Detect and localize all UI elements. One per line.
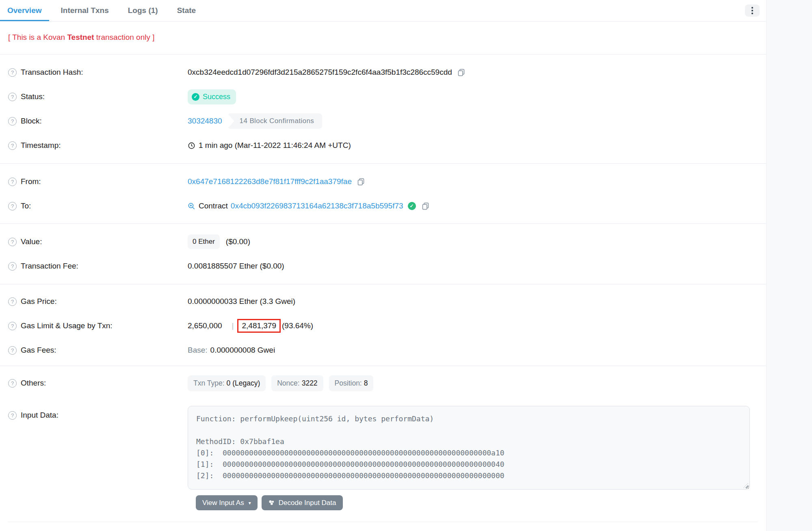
value-usd: ($0.00) (226, 237, 250, 246)
from-address-link[interactable]: 0x647e7168122263d8e7f81f17fff9c2f1aa379f… (188, 177, 352, 186)
help-icon[interactable]: ? (8, 262, 17, 271)
row-gas-fees: ? Gas Fees: Base: 0.000000008 Gwei (0, 338, 766, 362)
view-input-as-label: View Input As (202, 499, 244, 507)
tab-bar: Overview Internal Txns Logs (1) State (0, 0, 766, 22)
block-label: Block: (21, 117, 42, 126)
check-circle-icon: ✓ (192, 93, 199, 101)
help-icon[interactable]: ? (8, 238, 17, 246)
block-number-link[interactable]: 30324830 (188, 117, 222, 126)
position-chip: Position:8 (329, 375, 374, 391)
decode-input-data-button[interactable]: Decode Input Data (262, 495, 343, 510)
copy-icon[interactable] (357, 178, 365, 186)
row-value: ? Value: 0 Ether ($0.00) (0, 230, 766, 254)
gas-used-highlight: 2,481,379 (237, 319, 281, 333)
warning-text-suffix: transaction only ] (94, 33, 155, 41)
ether-value-badge: 0 Ether (188, 234, 220, 249)
more-options-button[interactable] (745, 4, 760, 17)
help-icon[interactable]: ? (8, 411, 17, 420)
warning-text-bold: Testnet (67, 33, 94, 41)
block-confirmations-badge: 14 Block Confirmations (227, 113, 323, 129)
transaction-hash-label: Transaction Hash: (21, 68, 83, 77)
nonce-chip: Nonce:3222 (271, 375, 323, 391)
help-icon[interactable]: ? (8, 202, 17, 210)
block-confirmations-text: 14 Block Confirmations (227, 113, 323, 129)
row-others: ? Others: Txn Type:0 (Legacy) Nonce:3222… (0, 371, 766, 395)
gas-used-value: 2,481,379 (242, 321, 276, 330)
help-icon[interactable]: ? (8, 93, 17, 101)
row-timestamp: ? Timestamp: 1 min ago (Mar-11-2022 11:4… (0, 133, 766, 158)
help-icon[interactable]: ? (8, 117, 17, 126)
to-label: To: (21, 202, 31, 210)
nonce-value: 3222 (302, 379, 318, 387)
gas-used-percent: (93.64%) (282, 321, 313, 330)
decode-icon (268, 499, 275, 506)
gas-price-value: 0.0000000033 Ether (3.3 Gwei) (188, 297, 295, 306)
transaction-fee-value: 0.0081885507 Ether ($0.00) (188, 262, 284, 271)
row-block: ? Block: 30324830 14 Block Confirmations (0, 109, 766, 133)
clock-icon (188, 142, 195, 150)
value-label: Value: (21, 237, 42, 246)
row-transaction-hash: ? Transaction Hash: 0xcb324eedcd1d07296f… (0, 60, 766, 85)
row-status: ? Status: ✓ Success (0, 85, 766, 109)
txn-type-chip: Txn Type:0 (Legacy) (188, 375, 266, 391)
copy-icon[interactable] (457, 68, 466, 77)
view-input-as-button[interactable]: View Input As ▾ (196, 495, 258, 510)
section-others-input: ? Others: Txn Type:0 (Legacy) Nonce:3222… (0, 366, 766, 522)
gas-fees-label: Gas Fees: (21, 346, 56, 355)
testnet-warning: [ This is a Kovan Testnet transaction on… (0, 22, 766, 54)
section-gas: ? Gas Price: 0.0000000033 Ether (3.3 Gwe… (0, 284, 766, 366)
help-icon[interactable]: ? (8, 346, 17, 355)
copy-icon[interactable] (421, 202, 430, 210)
nonce-name: Nonce: (277, 379, 299, 387)
decode-input-data-label: Decode Input Data (279, 499, 336, 507)
transaction-card: Overview Internal Txns Logs (1) State [ … (0, 0, 766, 522)
help-icon[interactable]: ? (8, 379, 17, 388)
zoom-in-icon[interactable] (188, 202, 195, 210)
chevron-down-icon: ▾ (249, 500, 251, 506)
row-input-data: ? Input Data: Function: performUpkeep(ui… (0, 406, 766, 490)
status-badge: ✓ Success (188, 89, 236, 104)
gas-price-label: Gas Price: (21, 297, 57, 306)
gas-fees-base-label: Base: (188, 346, 208, 355)
input-data-textarea[interactable]: Function: performUpkeep(uint256 id, byte… (188, 406, 750, 490)
kebab-icon (751, 7, 753, 9)
position-value: 8 (364, 379, 368, 387)
verified-contract-icon: ✓ (408, 202, 416, 210)
help-icon[interactable]: ? (8, 178, 17, 186)
row-gas-limit-usage: ? Gas Limit & Usage by Txn: 2,650,000 | … (0, 314, 766, 338)
input-data-actions: View Input As ▾ Decode Input Data (196, 495, 766, 510)
gas-limit-value: 2,650,000 (188, 321, 222, 330)
help-icon[interactable]: ? (8, 141, 17, 150)
help-icon[interactable]: ? (8, 68, 17, 77)
input-data-label: Input Data: (21, 411, 58, 420)
gas-separator: | (232, 321, 234, 330)
gas-limit-label: Gas Limit & Usage by Txn: (21, 321, 113, 330)
tab-logs[interactable]: Logs (1) (121, 0, 165, 21)
section-value: ? Value: 0 Ether ($0.00) ? Transaction F… (0, 224, 766, 284)
warning-text-prefix: [ This is a Kovan (8, 33, 67, 41)
tab-state[interactable]: State (170, 0, 203, 21)
row-to: ? To: Contract 0x4cb093f226983713164a621… (0, 194, 766, 218)
transaction-fee-label: Transaction Fee: (21, 262, 78, 271)
row-transaction-fee: ? Transaction Fee: 0.0081885507 Ether ($… (0, 254, 766, 278)
help-icon[interactable]: ? (8, 322, 17, 330)
txn-type-name: Txn Type: (193, 379, 225, 387)
row-from: ? From: 0x647e7168122263d8e7f81f17fff9c2… (0, 169, 766, 194)
row-gas-price: ? Gas Price: 0.0000000033 Ether (3.3 Gwe… (0, 289, 766, 314)
to-address-link[interactable]: 0x4cb093f226983713164a62138c3f718a5b595f… (231, 202, 403, 210)
status-value: Success (203, 93, 230, 101)
from-label: From: (21, 177, 41, 186)
tab-overview[interactable]: Overview (0, 0, 49, 21)
bottom-divider (8, 522, 758, 522)
txn-type-value: 0 (Legacy) (227, 379, 260, 387)
help-icon[interactable]: ? (8, 297, 17, 306)
to-contract-word: Contract (199, 202, 228, 210)
others-label: Others: (21, 379, 46, 388)
transaction-detail-page: Overview Internal Txns Logs (1) State [ … (0, 0, 812, 531)
section-overview-top: ? Transaction Hash: 0xcb324eedcd1d07296f… (0, 54, 766, 164)
transaction-hash-value: 0xcb324eedcd1d07296fdf3d215a2865275f159c… (188, 68, 452, 77)
timestamp-label: Timestamp: (21, 141, 61, 150)
tab-internal-txns[interactable]: Internal Txns (54, 0, 116, 21)
gas-fees-base-value: 0.000000008 Gwei (210, 346, 275, 355)
position-name: Position: (335, 379, 362, 387)
